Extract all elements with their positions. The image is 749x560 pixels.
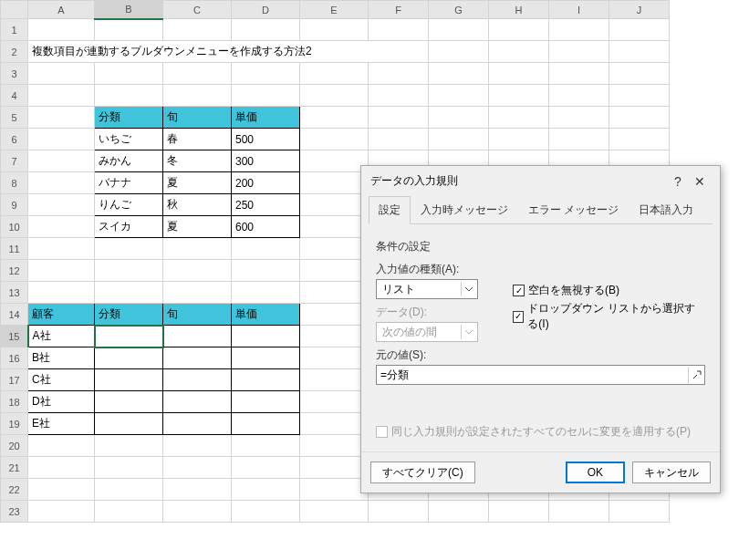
title-cell[interactable]: 複数項目が連動するプルダウンメニューを作成する方法2 [28, 41, 429, 63]
help-icon[interactable]: ? [667, 174, 689, 189]
range-picker-icon[interactable] [688, 367, 704, 383]
cell[interactable] [232, 413, 300, 435]
tab-settings[interactable]: 設定 [369, 196, 411, 224]
cell[interactable]: 単価 [232, 304, 300, 326]
source-label: 元の値(S): [376, 347, 705, 363]
col-header[interactable]: E [300, 1, 369, 19]
cell[interactable]: スイカ [95, 216, 163, 238]
cell[interactable] [232, 326, 300, 347]
row-header[interactable]: 9 [1, 194, 28, 216]
cell[interactable]: 200 [232, 172, 300, 194]
allow-value: リスト [382, 282, 415, 297]
active-cell[interactable] [95, 326, 163, 347]
cell[interactable] [163, 326, 232, 347]
row-header[interactable]: 7 [1, 150, 28, 172]
col-header[interactable]: H [489, 1, 549, 19]
close-icon[interactable]: ✕ [689, 174, 711, 189]
cell[interactable]: E社 [28, 413, 95, 435]
row-header[interactable]: 14 [1, 304, 28, 326]
col-header[interactable]: G [429, 1, 489, 19]
cell[interactable]: 夏 [163, 216, 232, 238]
row-header[interactable]: 22 [1, 479, 28, 501]
data-value: 次の値の間 [382, 325, 437, 340]
dialog-tabs: 設定 入力時メッセージ エラー メッセージ 日本語入力 [369, 196, 713, 224]
row-header[interactable]: 16 [1, 347, 28, 369]
cell[interactable]: 600 [232, 216, 300, 238]
row-header[interactable]: 19 [1, 413, 28, 435]
cell[interactable]: 250 [232, 194, 300, 216]
cell[interactable]: 夏 [163, 172, 232, 194]
col-header[interactable]: C [163, 1, 232, 19]
col-header[interactable]: B [95, 1, 163, 19]
cell[interactable]: B社 [28, 347, 95, 369]
row-header[interactable]: 6 [1, 129, 28, 150]
data-validation-dialog: データの入力規則 ? ✕ 設定 入力時メッセージ エラー メッセージ 日本語入力… [360, 165, 721, 493]
allow-label: 入力値の種類(A): [376, 262, 496, 277]
col-header[interactable]: I [549, 1, 609, 19]
cell[interactable]: 冬 [163, 150, 232, 172]
row-header[interactable]: 1 [1, 19, 28, 41]
cell[interactable]: いちご [95, 129, 163, 150]
cell[interactable]: 300 [232, 150, 300, 172]
row-header[interactable]: 8 [1, 172, 28, 194]
clear-all-button[interactable]: すべてクリア(C) [370, 461, 475, 483]
row-header[interactable]: 2 [1, 41, 28, 63]
row-header[interactable]: 23 [1, 501, 28, 523]
dialog-titlebar[interactable]: データの入力規則 ? ✕ [361, 166, 720, 196]
ignore-blank-checkbox[interactable]: ✓空白を無視する(B) [513, 283, 705, 298]
row-header[interactable]: 11 [1, 238, 28, 260]
cell[interactable]: バナナ [95, 172, 163, 194]
cell[interactable] [95, 369, 163, 391]
row-header[interactable]: 18 [1, 391, 28, 413]
col-header[interactable]: D [232, 1, 300, 19]
cell[interactable]: C社 [28, 369, 95, 391]
cell[interactable]: 旬 [163, 107, 232, 129]
cell[interactable] [95, 413, 163, 435]
cell[interactable] [95, 391, 163, 413]
col-header[interactable]: J [609, 1, 670, 19]
row-header[interactable]: 4 [1, 85, 28, 107]
cell[interactable]: 春 [163, 129, 232, 150]
cell[interactable] [163, 369, 232, 391]
col-header[interactable]: A [28, 1, 95, 19]
cell[interactable]: 分類 [95, 107, 163, 129]
cell[interactable] [232, 391, 300, 413]
cell[interactable]: りんご [95, 194, 163, 216]
cell[interactable] [163, 347, 232, 369]
cell[interactable] [232, 347, 300, 369]
row-header[interactable]: 5 [1, 107, 28, 129]
cell[interactable]: 秋 [163, 194, 232, 216]
cell[interactable]: 旬 [163, 304, 232, 326]
cell[interactable]: 分類 [95, 304, 163, 326]
cell[interactable] [163, 391, 232, 413]
tab-input-message[interactable]: 入力時メッセージ [411, 196, 518, 223]
select-all[interactable] [1, 1, 28, 19]
cell[interactable]: A社 [28, 326, 95, 347]
chevron-down-icon [461, 282, 475, 296]
row-header[interactable]: 3 [1, 63, 28, 85]
row-header[interactable]: 20 [1, 435, 28, 457]
source-input-wrap [376, 365, 705, 385]
cell[interactable] [163, 413, 232, 435]
tab-error-alert[interactable]: エラー メッセージ [518, 196, 629, 223]
cancel-button[interactable]: キャンセル [632, 461, 711, 483]
col-header[interactable]: F [369, 1, 429, 19]
dropdown-checkbox[interactable]: ✓ドロップダウン リストから選択する(I) [513, 301, 705, 332]
row-header[interactable]: 10 [1, 216, 28, 238]
row-header[interactable]: 13 [1, 282, 28, 304]
allow-select[interactable]: リスト [376, 279, 478, 299]
row-header[interactable]: 12 [1, 260, 28, 282]
cell[interactable] [95, 347, 163, 369]
cell[interactable]: 顧客 [28, 304, 95, 326]
cell[interactable] [232, 369, 300, 391]
row-header[interactable]: 17 [1, 369, 28, 391]
row-header[interactable]: 21 [1, 457, 28, 479]
ok-button[interactable]: OK [566, 461, 625, 483]
tab-ime[interactable]: 日本語入力 [629, 196, 703, 223]
row-header[interactable]: 15 [1, 326, 28, 347]
source-input[interactable] [377, 368, 688, 381]
cell[interactable]: 500 [232, 129, 300, 150]
cell[interactable]: D社 [28, 391, 95, 413]
cell[interactable]: みかん [95, 150, 163, 172]
cell[interactable]: 単価 [232, 107, 300, 129]
